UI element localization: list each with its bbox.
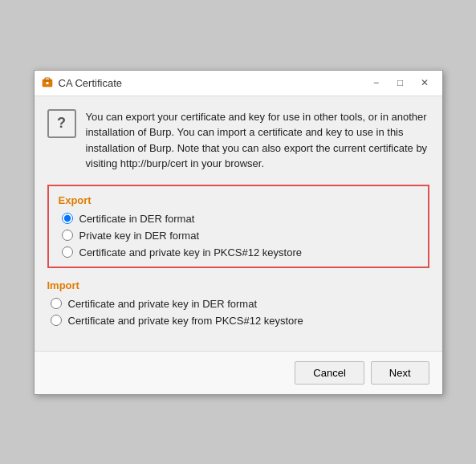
maximize-button[interactable]: □ bbox=[389, 73, 412, 92]
export-section: Export Certificate in DER format Private… bbox=[47, 185, 429, 268]
import-radio-1[interactable] bbox=[51, 298, 62, 309]
info-description: You can export your certificate and key … bbox=[86, 109, 429, 172]
import-label: Import bbox=[47, 279, 429, 291]
close-button[interactable]: ✕ bbox=[413, 73, 436, 92]
export-radio-2[interactable] bbox=[62, 230, 73, 241]
import-option-1[interactable]: Certificate and private key in DER forma… bbox=[51, 298, 429, 310]
import-radio-group: Certificate and private key in DER forma… bbox=[47, 298, 429, 327]
export-radio-3[interactable] bbox=[62, 246, 73, 258]
export-option-3[interactable]: Certificate and private key in PKCS#12 k… bbox=[62, 246, 418, 258]
help-icon: ? bbox=[47, 109, 76, 138]
minimize-button[interactable]: − bbox=[365, 73, 388, 92]
export-option-2[interactable]: Private key in DER format bbox=[62, 230, 418, 242]
window-controls: − □ ✕ bbox=[365, 73, 436, 92]
next-button[interactable]: Next bbox=[371, 361, 429, 385]
window-title: CA Certificate bbox=[59, 77, 365, 89]
import-option-2-label: Certificate and private key from PKCS#12… bbox=[68, 315, 303, 327]
cancel-button[interactable]: Cancel bbox=[295, 361, 364, 385]
export-label: Export bbox=[59, 194, 418, 206]
export-radio-group: Certificate in DER format Private key in… bbox=[59, 213, 418, 258]
import-option-2[interactable]: Certificate and private key from PKCS#12… bbox=[51, 315, 429, 327]
dialog-content: ? You can export your certificate and ke… bbox=[35, 96, 442, 351]
ca-certificate-dialog: CA Certificate − □ ✕ ? You can export yo… bbox=[34, 70, 443, 395]
export-option-3-label: Certificate and private key in PKCS#12 k… bbox=[79, 246, 302, 258]
import-radio-2[interactable] bbox=[51, 315, 62, 326]
title-bar: CA Certificate − □ ✕ bbox=[35, 71, 442, 96]
svg-rect-2 bbox=[46, 82, 48, 84]
info-row: ? You can export your certificate and ke… bbox=[47, 109, 429, 172]
import-option-1-label: Certificate and private key in DER forma… bbox=[68, 298, 258, 310]
window-icon bbox=[41, 76, 54, 89]
export-radio-1[interactable] bbox=[62, 213, 73, 224]
export-option-1[interactable]: Certificate in DER format bbox=[62, 213, 418, 225]
dialog-footer: Cancel Next bbox=[35, 351, 442, 394]
import-section: Import Certificate and private key in DE… bbox=[47, 279, 429, 327]
export-option-2-label: Private key in DER format bbox=[79, 230, 200, 242]
export-option-1-label: Certificate in DER format bbox=[79, 213, 195, 225]
